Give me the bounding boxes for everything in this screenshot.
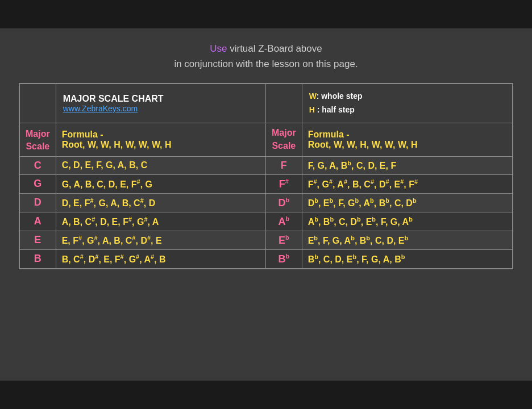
instruction-text: Use virtual Z-Board above in conjunction… [174,41,358,72]
formula-value-left: Root, W, W, H, W, W, W, H [62,140,172,149]
legend-w: W [309,91,317,101]
major-scale-label-right: MajorScale [272,128,296,150]
bottom-bar [0,381,532,409]
chart-link[interactable]: www.ZebraKeys.com [63,104,259,113]
formula-row: MajorScale Formula - Root, W, W, H, W, W… [20,123,513,156]
table-row: B B, C#, D#, E, F#, G#, A#, B Bb Bb, C, … [20,249,513,268]
table-row: D D, E, F#, G, A, B, C#, D Db Db, Eb, F,… [20,193,513,212]
table-row: E E, F#, G#, A, B, C#, D#, E Eb Eb, F, G… [20,231,513,249]
top-bar [0,0,532,28]
major-scale-label-left: MajorScale [26,129,50,151]
formula-label-left: Formula - [62,130,103,139]
header-row: MAJOR SCALE CHART www.ZebraKeys.com W: w… [20,84,513,123]
legend-h: H [309,105,315,114]
chart-container: MAJOR SCALE CHART www.ZebraKeys.com W: w… [19,83,513,269]
formula-label-right: Formula - [308,130,350,139]
table-row: C C, D, E, F, G, A, B, C F F, G, A, Bb, … [20,156,513,174]
table-row: A A, B, C#, D, E, F#, G#, A Ab Ab, Bb, C… [20,212,513,231]
formula-value-right: Root, W, W, H, W, W, W, H [308,140,418,149]
table-row: G G, A, B, C, D, E, F#, G F# F#, G#, A#,… [20,174,513,193]
use-word: Use [210,43,227,54]
chart-title: MAJOR SCALE CHART [63,94,259,104]
